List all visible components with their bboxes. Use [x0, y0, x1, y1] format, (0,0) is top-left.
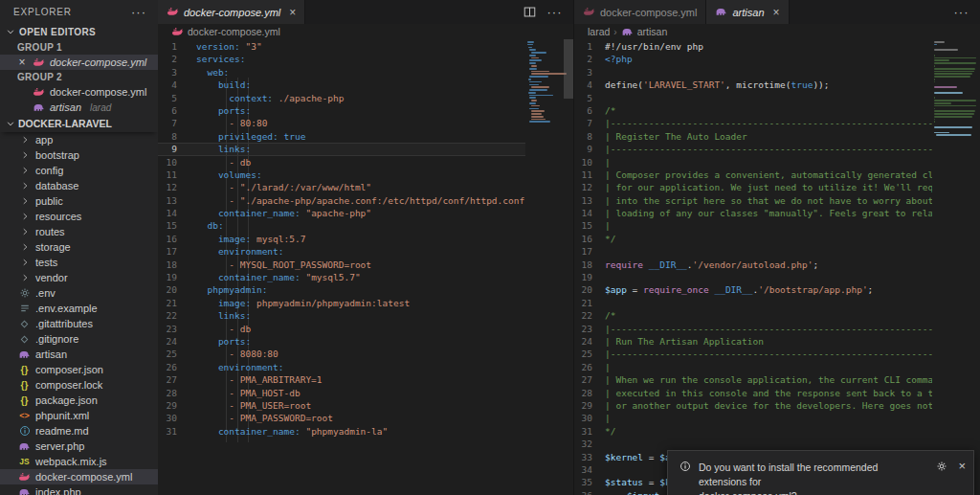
tree-file-package-json[interactable]: {}package.json: [0, 393, 158, 408]
tree-file-readme-md[interactable]: readme.md: [0, 423, 158, 439]
code-line[interactable]: 8 privileged: true: [158, 130, 525, 143]
tree-file-phpunit-xml[interactable]: <>phpunit.xml: [0, 408, 158, 423]
code-line[interactable]: 18 - MYSQL_ROOT_PASSWORD=root: [158, 259, 525, 271]
code-line[interactable]: 3 web:: [158, 66, 525, 79]
tree-folder-app[interactable]: app: [0, 132, 158, 147]
code-line[interactable]: 16 image: mysql:5.7: [158, 233, 525, 245]
split-editor-icon[interactable]: [523, 6, 536, 18]
code-line[interactable]: 28 - PMA_HOST-db: [158, 387, 525, 399]
tab-artisan[interactable]: artisan×: [706, 0, 789, 24]
code-line[interactable]: 14 container_name: "apache-php": [158, 207, 525, 219]
code-line[interactable]: 2<?php: [574, 53, 932, 65]
code-line[interactable]: 11| Composer provides a convenient, auto…: [574, 169, 932, 181]
code-line[interactable]: 18require __DIR__.'/vendor/autoload.php'…: [574, 259, 932, 271]
tree-file--env-example[interactable]: .env.example: [0, 301, 158, 316]
scrollbar[interactable]: [564, 39, 573, 495]
code-line[interactable]: 29 - PMA_USER=root: [158, 399, 525, 412]
tree-file--env[interactable]: .env: [0, 285, 158, 301]
code-line[interactable]: 24 ports:: [158, 335, 525, 348]
code-line[interactable]: 21: [574, 297, 932, 309]
code-line[interactable]: 6 ports:: [158, 104, 525, 117]
code-line[interactable]: 2services:: [158, 53, 525, 65]
folder-root-header[interactable]: DOCKER-LARAVEL: [0, 115, 158, 132]
more-actions-icon[interactable]: ···: [548, 5, 561, 19]
code-line[interactable]: 11 volumes:: [158, 169, 525, 181]
code-area[interactable]: 1version: "3"2services:3 web:4 build:5 c…: [158, 39, 525, 495]
gear-icon[interactable]: [935, 461, 947, 472]
code-line[interactable]: 20 phpmyadmin:: [158, 283, 525, 296]
tree-file--gitattributes[interactable]: .gitattributes: [0, 316, 158, 331]
code-line[interactable]: 30 - PMA_PASSWORD=root: [158, 412, 525, 424]
tree-file-index-php[interactable]: index.php: [0, 484, 158, 495]
tree-folder-database[interactable]: database: [0, 178, 158, 193]
tree-file-webpack-mix-js[interactable]: JSwebpack.mix.js: [0, 454, 158, 469]
close-icon[interactable]: ×: [773, 6, 780, 19]
code-line[interactable]: 30|: [574, 412, 932, 424]
code-line[interactable]: 25|-------------------------------------…: [574, 348, 932, 360]
code-line[interactable]: 15 db:: [158, 219, 525, 232]
tab-docker-compose-yml[interactable]: docker-compose.yml×: [158, 0, 305, 24]
code-line[interactable]: 12| for our application. We just need to…: [574, 181, 932, 193]
tree-folder-config[interactable]: config: [0, 163, 158, 178]
code-line[interactable]: 3: [574, 66, 932, 79]
close-icon[interactable]: ×: [958, 461, 966, 472]
code-line[interactable]: 1#!/usr/bin/env php: [574, 40, 932, 53]
code-line[interactable]: 9|--------------------------------------…: [574, 143, 932, 155]
open-editor-item[interactable]: docker-compose.yml: [0, 84, 158, 100]
code-line[interactable]: 26 environment:: [158, 361, 525, 373]
scrollbar-slider[interactable]: [564, 39, 573, 99]
open-editors-section-header[interactable]: OPEN EDITORS: [0, 23, 158, 40]
open-editor-item[interactable]: ×docker-compose.yml: [0, 55, 158, 70]
code-line[interactable]: 10 - db: [158, 156, 525, 169]
code-line[interactable]: 7|--------------------------------------…: [574, 117, 932, 129]
close-icon[interactable]: ×: [16, 56, 28, 68]
code-line[interactable]: 25 - 8080:80: [158, 348, 525, 360]
code-line[interactable]: 8| Register The Auto Loader: [574, 130, 932, 143]
code-line[interactable]: 4 build:: [158, 79, 525, 91]
code-line[interactable]: 12 - "./larad/:/var/www/html": [158, 181, 525, 193]
tree-file-docker-compose-yml[interactable]: docker-compose.yml: [0, 469, 158, 484]
tree-file-server-php[interactable]: server.php: [0, 439, 158, 454]
tree-file-composer-lock[interactable]: {}composer.lock: [0, 377, 158, 393]
code-line[interactable]: 5: [574, 92, 932, 104]
code-line[interactable]: 4define('LARAVEL_START', microtime(true)…: [574, 79, 932, 91]
code-line[interactable]: 1version: "3": [158, 40, 525, 53]
tree-file--gitignore[interactable]: .gitignore: [0, 331, 158, 347]
tree-file-artisan[interactable]: artisan: [0, 347, 158, 362]
more-actions-icon[interactable]: ···: [955, 5, 968, 19]
code-line[interactable]: 7 - 80:80: [158, 117, 525, 129]
code-line[interactable]: 27| When we run the console application,…: [574, 373, 932, 386]
breadcrumb-item[interactable]: docker-compose.yml: [188, 26, 280, 37]
code-line[interactable]: 31 container_name: "phpmyadmin-la": [158, 425, 525, 438]
code-line[interactable]: 31*/: [574, 425, 932, 438]
code-line[interactable]: 15|: [574, 219, 932, 232]
code-line[interactable]: 13 - "./apache-php/apache.conf:/etc/http…: [158, 194, 525, 207]
code-line[interactable]: 29| or another output device for the dev…: [574, 399, 932, 412]
code-line[interactable]: 26|: [574, 361, 932, 373]
code-line[interactable]: 22 links:: [158, 309, 525, 322]
code-line[interactable]: 14| loading of any our classes "manually…: [574, 207, 932, 219]
minimap[interactable]: [932, 39, 980, 495]
code-line[interactable]: 28| executed in this console and the res…: [574, 387, 932, 399]
close-icon[interactable]: ×: [289, 6, 296, 19]
code-line[interactable]: 17: [574, 245, 932, 258]
code-line[interactable]: 19 container_name: "mysql5.7": [158, 271, 525, 283]
code-line[interactable]: 6/*: [574, 104, 932, 117]
code-line[interactable]: 19: [574, 271, 932, 283]
code-line[interactable]: 27 - PMA_ARBITRARY=1: [158, 373, 525, 386]
tree-folder-vendor[interactable]: vendor: [0, 270, 158, 285]
breadcrumb-item[interactable]: larad: [588, 26, 610, 37]
code-line[interactable]: 17 environment:: [158, 245, 525, 258]
code-line[interactable]: 20$app = require_once __DIR__.'/bootstra…: [574, 283, 932, 296]
tree-folder-bootstrap[interactable]: bootstrap: [0, 147, 158, 163]
code-line[interactable]: 10|: [574, 156, 932, 169]
tree-folder-storage[interactable]: storage: [0, 239, 158, 255]
code-line[interactable]: 24| Run The Artisan Application: [574, 335, 932, 348]
tree-folder-public[interactable]: public: [0, 193, 158, 209]
tree-folder-routes[interactable]: routes: [0, 224, 158, 239]
tree-folder-tests[interactable]: tests: [0, 255, 158, 270]
code-line[interactable]: 9 links:: [158, 143, 525, 155]
code-line[interactable]: 16*/: [574, 233, 932, 245]
code-line[interactable]: 23|-------------------------------------…: [574, 323, 932, 335]
breadcrumb-item[interactable]: artisan: [637, 26, 668, 37]
